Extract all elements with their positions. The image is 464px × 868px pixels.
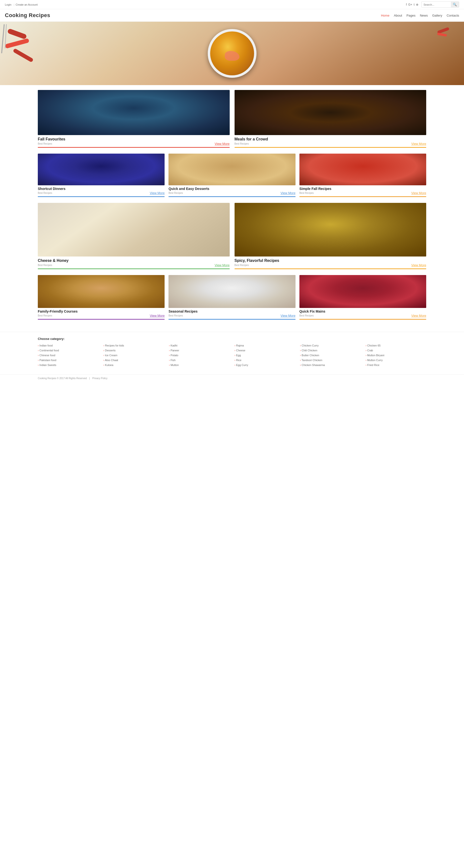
list-item[interactable]: Indian Sweets — [38, 363, 98, 367]
view-more-link[interactable]: View More — [411, 191, 426, 195]
hero-banner — [0, 22, 464, 85]
view-more-link[interactable]: View More — [411, 314, 426, 317]
list-item[interactable]: Tandoori Chicken — [300, 358, 361, 362]
card-divider — [38, 147, 230, 148]
list-item[interactable]: Continental food — [38, 348, 98, 352]
nav-item-about[interactable]: About — [394, 14, 402, 17]
footer-separator: | — [89, 377, 90, 380]
list-item[interactable]: Ice Cream — [103, 353, 164, 357]
twitter-icon[interactable]: t — [414, 3, 414, 6]
list-item[interactable]: Egg — [234, 353, 295, 357]
bottom-cards-row: Family-Friendly Courses Best Recipes Vie… — [38, 275, 426, 320]
top-bar-links: Login | Create an Account — [5, 3, 38, 6]
card-divider — [300, 196, 426, 197]
card-meta-quick-fix: Best Recipes View More — [300, 314, 426, 317]
list-item[interactable]: Mutton Biryani — [366, 353, 426, 357]
nav-item-pages[interactable]: Pages — [406, 14, 415, 17]
card-label: Best Recipes — [38, 264, 52, 267]
view-more-link[interactable]: View More — [280, 191, 295, 195]
large-cards-row: Fall Favourites Best Recipes View More M… — [38, 90, 426, 148]
list-item[interactable]: Recipes for kids — [103, 344, 164, 347]
list-item[interactable]: Pakistani food — [38, 358, 98, 362]
card-family: Family-Friendly Courses Best Recipes Vie… — [38, 275, 164, 320]
card-divider — [38, 319, 164, 320]
nav-item-news[interactable]: News — [420, 14, 428, 17]
card-title-spicy: Spicy, Flavorful Recipes — [235, 258, 427, 263]
list-item[interactable]: Desserts — [103, 348, 164, 352]
header: Cooking Recipes Home About Pages News Ga… — [0, 9, 464, 22]
card-divider — [235, 269, 427, 269]
list-item[interactable]: Indian food — [38, 344, 98, 347]
list-item[interactable]: Chinese food — [38, 353, 98, 357]
login-link[interactable]: Login — [5, 3, 11, 6]
nav-item-contacts[interactable]: Contacts — [447, 14, 459, 17]
list-item[interactable]: Mutton — [169, 363, 230, 367]
top-bar: Login | Create an Account f G+ t ⊕ 🔍 — [0, 0, 464, 9]
list-item[interactable]: Fish — [169, 358, 230, 362]
nav-link-about[interactable]: About — [394, 14, 402, 17]
nav-item-home[interactable]: Home — [381, 14, 390, 17]
list-item[interactable]: Chicken 65 — [366, 344, 426, 347]
card-meta-simple-fall: Best Recipes View More — [300, 191, 426, 195]
privacy-policy-link[interactable]: Privacy Policy — [92, 377, 107, 380]
card-meals-crowd: Meals for a Crowd Best Recipes View More — [235, 90, 427, 148]
googleplus-icon[interactable]: G+ — [408, 3, 412, 6]
view-more-link[interactable]: View More — [411, 142, 426, 146]
nav-item-gallery[interactable]: Gallery — [432, 14, 442, 17]
list-item[interactable]: Egg Curry — [234, 363, 295, 367]
category-section: Choose category: Indian food Recipes for… — [0, 332, 464, 374]
list-item[interactable]: Rajma — [234, 344, 295, 347]
main-content: Fall Favourites Best Recipes View More M… — [0, 85, 464, 332]
card-seasonal: Seasonal Recipes Best Recipes View More — [168, 275, 295, 320]
card-title-quick-fix: Quick Fix Mains — [300, 309, 426, 313]
view-more-link[interactable]: View More — [150, 314, 164, 317]
view-more-link[interactable]: View More — [411, 263, 426, 267]
nav-link-contacts[interactable]: Contacts — [447, 14, 459, 17]
navigation: Home About Pages News Gallery Contacts — [381, 14, 459, 17]
view-more-link[interactable]: View More — [215, 142, 229, 146]
list-item[interactable]: Paneer — [169, 348, 230, 352]
list-item[interactable]: Chicken Shawarma — [300, 363, 361, 367]
small-cards-row: Shortcut Dinners Best Recipes View More … — [38, 154, 426, 197]
rss-icon[interactable]: ⊕ — [416, 3, 419, 6]
list-item[interactable]: Rice — [234, 358, 295, 362]
medium-cards-row: Cheese & Honey Best Recipes View More Sp… — [38, 203, 426, 269]
search-input[interactable] — [422, 2, 451, 7]
nav-link-home[interactable]: Home — [381, 14, 390, 17]
card-quick-easy: Quick and Easy Desserts Best Recipes Vie… — [168, 154, 295, 197]
top-bar-right: f G+ t ⊕ 🔍 — [406, 1, 459, 7]
card-quick-fix: Quick Fix Mains Best Recipes View More — [300, 275, 426, 320]
view-more-link[interactable]: View More — [215, 263, 229, 267]
search-button[interactable]: 🔍 — [451, 2, 459, 7]
card-meta-seasonal: Best Recipes View More — [168, 314, 295, 317]
list-item[interactable]: Kadhi — [169, 344, 230, 347]
create-account-link[interactable]: Create an Account — [16, 3, 38, 6]
view-more-link[interactable]: View More — [150, 191, 164, 195]
card-divider — [38, 196, 164, 197]
card-divider — [235, 147, 427, 148]
list-item[interactable]: Chicken Curry — [300, 344, 361, 347]
card-label: Best Recipes — [38, 192, 52, 194]
view-more-link[interactable]: View More — [280, 314, 295, 317]
card-meta-fall-favourites: Best Recipes View More — [38, 142, 230, 146]
nav-link-pages[interactable]: Pages — [406, 14, 415, 17]
list-item[interactable]: Kuloea — [103, 363, 164, 367]
list-item[interactable]: Cheese — [234, 348, 295, 352]
nav-link-gallery[interactable]: Gallery — [432, 14, 442, 17]
list-item[interactable]: Fried Rice — [366, 363, 426, 367]
card-divider — [300, 319, 426, 320]
card-divider — [38, 269, 230, 269]
facebook-icon[interactable]: f — [406, 3, 407, 6]
card-divider — [168, 319, 295, 320]
list-item[interactable]: Butter Chicken — [300, 353, 361, 357]
nav-link-news[interactable]: News — [420, 14, 428, 17]
card-meta-meals-crowd: Best Recipes View More — [235, 142, 427, 146]
list-item[interactable]: Mutton Curry — [366, 358, 426, 362]
social-icons: f G+ t ⊕ — [406, 3, 419, 6]
list-item[interactable]: Potato — [169, 353, 230, 357]
list-item[interactable]: Aloo Chaat — [103, 358, 164, 362]
list-item[interactable]: Chili Chicken — [300, 348, 361, 352]
card-fall-favourites: Fall Favourites Best Recipes View More — [38, 90, 230, 148]
list-item[interactable]: Crab — [366, 348, 426, 352]
card-title-family: Family-Friendly Courses — [38, 309, 164, 313]
